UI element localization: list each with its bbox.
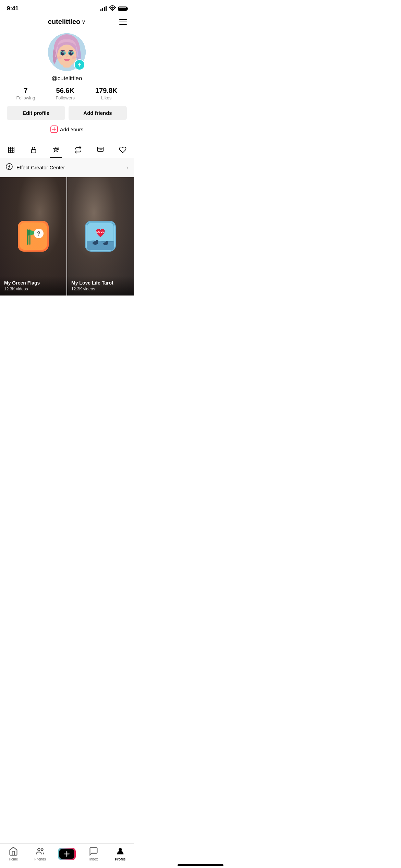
signal-icon [100, 6, 107, 11]
profile-section: + @cutelittleo 7 Following 56.6K Followe… [0, 30, 134, 142]
heart-icon [119, 146, 126, 154]
svg-point-23 [98, 149, 99, 150]
svg-text:?: ? [37, 231, 40, 237]
effect-creator-label: Effect Creator Center [16, 165, 65, 170]
video-grid: ? My Green Flags 12.3K videos [0, 177, 134, 296]
effects-sparkle-icon [52, 146, 60, 154]
add-photo-button[interactable]: + [74, 59, 85, 70]
svg-point-8 [62, 52, 64, 53]
svg-point-25 [9, 166, 10, 167]
avatar-container: + [48, 33, 86, 71]
svg-point-7 [69, 51, 73, 56]
following-label: Following [16, 95, 35, 100]
edit-profile-button[interactable]: Edit profile [7, 106, 65, 120]
status-bar: 9:41 [0, 0, 134, 15]
svg-rect-14 [8, 151, 10, 153]
add-friends-button[interactable]: Add friends [69, 106, 127, 120]
svg-rect-17 [10, 151, 12, 153]
svg-rect-22 [97, 147, 103, 152]
likes-count: 179.8K [95, 87, 118, 95]
svg-rect-26 [20, 222, 47, 250]
battery-icon [118, 7, 127, 11]
svg-point-10 [58, 56, 62, 59]
profile-header: cutelittleo ∨ [0, 15, 134, 30]
content-tabs [0, 142, 134, 158]
svg-text:LOVE: LOVE [96, 230, 105, 233]
video-info-green-flags: My Green Flags 12.3K videos [0, 276, 66, 296]
svg-rect-20 [12, 151, 14, 153]
green-flags-badge: ? [18, 221, 49, 252]
followers-stat[interactable]: 56.6K Followers [45, 87, 85, 100]
add-yours-icon [50, 125, 58, 133]
status-icons [100, 5, 127, 12]
svg-rect-27 [27, 229, 28, 245]
stats-row: 7 Following 56.6K Followers 179.8K Likes [7, 87, 127, 100]
effect-creator-icon [5, 163, 13, 172]
following-count: 7 [24, 87, 27, 95]
tab-tagged[interactable] [89, 142, 111, 158]
add-yours-button[interactable]: Add Yours [50, 125, 83, 133]
repost-icon [74, 146, 82, 154]
svg-point-9 [71, 52, 72, 53]
svg-point-6 [61, 51, 64, 56]
svg-rect-12 [8, 147, 10, 149]
tab-private[interactable] [22, 142, 45, 158]
svg-rect-18 [12, 147, 14, 149]
tab-reposted[interactable] [67, 142, 89, 158]
video-title-green-flags: My Green Flags [4, 280, 62, 286]
tab-videos-grid[interactable] [0, 142, 22, 158]
user-handle: @cutelittleo [51, 75, 82, 82]
grid-icon [8, 146, 15, 154]
followers-count: 56.6K [56, 87, 74, 95]
effect-creator-chevron-icon: › [126, 165, 128, 171]
username-label: cutelittleo [48, 18, 80, 26]
tab-effects[interactable] [45, 142, 67, 158]
svg-rect-15 [10, 147, 12, 149]
svg-rect-13 [8, 149, 10, 151]
svg-point-11 [72, 56, 76, 59]
video-card-green-flags[interactable]: ? My Green Flags 12.3K videos [0, 177, 66, 296]
video-count-love-tarot: 12.3K videos [71, 287, 130, 291]
status-time: 9:41 [7, 5, 19, 12]
svg-rect-21 [31, 149, 36, 153]
svg-rect-19 [12, 149, 14, 151]
username-selector[interactable]: cutelittleo ∨ [48, 18, 86, 26]
add-yours-label: Add Yours [60, 126, 83, 132]
video-count-green-flags: 12.3K videos [4, 287, 62, 291]
following-stat[interactable]: 7 Following [6, 87, 45, 100]
svg-point-3 [57, 45, 76, 67]
followers-label: Followers [56, 95, 75, 100]
tagged-icon [97, 146, 104, 154]
likes-label: Likes [101, 95, 111, 100]
love-badge: LOVE [85, 221, 116, 252]
svg-rect-16 [10, 149, 12, 151]
lock-icon [30, 146, 37, 154]
video-card-love-tarot[interactable]: LOVE My Love Life Tarot 12.3K videos [67, 177, 134, 296]
tab-liked[interactable] [111, 142, 134, 158]
video-info-love-tarot: My Love Life Tarot 12.3K videos [67, 276, 134, 296]
svg-point-35 [96, 240, 98, 243]
menu-button[interactable] [119, 19, 127, 25]
username-chevron-icon: ∨ [82, 19, 86, 25]
action-buttons: Edit profile Add friends [7, 106, 127, 120]
wifi-icon [109, 5, 116, 12]
svg-point-37 [106, 241, 108, 244]
effect-creator-center-row[interactable]: Effect Creator Center › [0, 158, 134, 177]
video-title-love-tarot: My Love Life Tarot [71, 280, 130, 286]
likes-stat[interactable]: 179.8K Likes [85, 87, 128, 100]
